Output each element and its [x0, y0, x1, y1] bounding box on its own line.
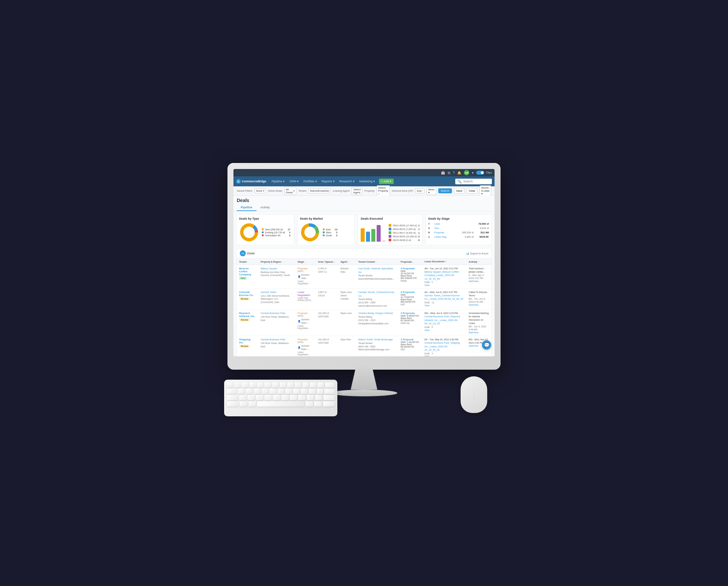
clear-button[interactable]: Clear [467, 188, 477, 194]
tenant-name-2[interactable]: Colonial Escrow Co. [239, 291, 255, 297]
status-badge-review-4: Review [239, 345, 250, 348]
col-area[interactable]: Area / Spaces ↕ [315, 259, 338, 265]
col-agent[interactable]: Agent ↕ [338, 259, 355, 265]
view-link-2[interactable]: View [425, 304, 464, 307]
tiles-toggle[interactable]: Tiles [476, 171, 492, 175]
activity-link-1[interactable]: Add/View [469, 280, 489, 282]
key [309, 389, 316, 394]
property-name-3[interactable]: Central Business Park [261, 312, 292, 315]
search-button[interactable]: Search [438, 188, 452, 193]
nav-portfolio[interactable]: Portfolio ▾ [302, 178, 319, 184]
table-wrapper: Tenant ↕ Property & Region ↕ Stage ↕ Are… [236, 259, 492, 356]
toggle-switch[interactable] [476, 171, 484, 175]
proposals-count-2[interactable]: 4 Proposals [400, 291, 419, 294]
lease-link-3[interactable]: Central Business Park_Reynord Infrared, … [425, 315, 464, 326]
stage-name-lead[interactable]: Lead [434, 222, 473, 225]
contact-name-1[interactable]: Lisa Smith, Network Specialists Inc. [358, 267, 395, 274]
show-deals-select[interactable]: All Deals ▾ [284, 187, 296, 195]
tenant-name-1[interactable]: Beacon Coffee Company [239, 267, 255, 276]
tenant-label: Tenant [298, 189, 306, 192]
nav-logo: @ CommercialEdge [236, 179, 266, 184]
col-proposals[interactable]: Proposals ↕ [398, 259, 422, 265]
lease-link-4[interactable]: Central Business Park_Shippng Inc._Lease… [425, 341, 464, 352]
stage-name-leaseneg[interactable]: Lease Neg. [434, 235, 463, 238]
tenant-name-3[interactable]: Reynard Infrared, Inc. [239, 312, 255, 318]
lease-link-2[interactable]: Sunrise Tower_Colonial Escrow Co._Lease_… [425, 294, 464, 301]
nav-crm[interactable]: CRM ▾ [287, 178, 301, 184]
tenant-select[interactable]: Name/Ema/Acki [308, 188, 331, 193]
nav-search-bar[interactable]: 🔍 [455, 179, 492, 184]
lease-link-1[interactable]: Bakery Square_Beacon Coffee Company_Leas… [425, 270, 464, 281]
tab-activity[interactable]: Activity [256, 204, 274, 211]
contact-name-4[interactable]: Wilson Smith, Smith Brokerage [358, 338, 395, 342]
stage-agent-4: Ashwini Natu / ... [302, 344, 313, 351]
col-lease-docs[interactable]: Lease Documents ▾ [422, 259, 466, 265]
exec-dot-3 [389, 231, 391, 234]
view-link-4[interactable]: View [425, 355, 464, 356]
saved-filters-select[interactable]: None ▾ [255, 188, 266, 193]
activity-link-2[interactable]: Add/View [469, 304, 489, 306]
property-name-1[interactable]: Bakery Square [261, 267, 292, 271]
stage-name-tour[interactable]: Tour [434, 227, 478, 230]
contact-name-2[interactable]: Carolyn Tanner, Colonial Escrow Co. [358, 291, 395, 298]
nav-marketing[interactable]: Marketing ▾ [357, 178, 377, 184]
exec-count-1: 1 [418, 224, 420, 227]
add-button[interactable]: + Add ▾ [379, 179, 394, 184]
view-link-1[interactable]: View [425, 284, 464, 286]
date-range-select[interactable]: Month-to-date ▾ [479, 185, 491, 196]
export-button[interactable]: 📊 Export to Excel [466, 252, 488, 255]
cell-stage-3: Proposal (50%) 👤 Ashwini Natu / ... Leas… [295, 310, 315, 336]
key [227, 382, 233, 388]
proposals-count-4[interactable]: 1 Proposal [400, 338, 419, 341]
proposals-count-1[interactable]: 3 Proposals [400, 267, 419, 270]
nav-research[interactable]: Research ▾ [337, 178, 357, 184]
base-rent-1: Base Rent: $41,000/SF/YR [400, 275, 419, 279]
stage-pct-4: (60%) [298, 341, 313, 343]
nav-reports[interactable]: Reports ▾ [320, 178, 337, 184]
tenant-name-4[interactable]: Shipping Inc. [239, 338, 255, 344]
chat-icon: 💬 [484, 342, 490, 348]
key [239, 395, 246, 400]
legend-label-termination: Termination #5 [265, 234, 280, 237]
property-select[interactable]: Select Property ↕ [376, 185, 390, 196]
cell-area-4: 101,000 sf UNIT1900 [315, 336, 338, 356]
status-badge-review-3: Review [239, 318, 250, 321]
col-tenant-contact[interactable]: Tenant Contact ↕ [356, 259, 398, 265]
stage-amount-leaseneg: $539.8K [475, 235, 489, 238]
spaces-2: 10118 [318, 294, 335, 297]
table-row: Colonial Escrow Co. Review Sunrise Tower… [236, 289, 492, 310]
key [257, 382, 264, 388]
user-avatar[interactable]: AR [464, 170, 469, 175]
area-select[interactable]: Any~ [415, 188, 425, 193]
col-property[interactable]: Property & Region ↕ [258, 259, 295, 265]
exec-bar-4 [376, 225, 381, 242]
proposals-count-3[interactable]: 4 Proposals [400, 312, 419, 315]
cell-contact-1: Lisa Smith, Network Specialists Inc. Ten… [356, 265, 398, 289]
exec-dot-5 [389, 239, 391, 241]
chat-bubble[interactable]: 💬 [482, 340, 491, 350]
key [293, 389, 300, 394]
legend-count-new: 17 [285, 228, 290, 231]
property-name-2[interactable]: Sunrise Tower [261, 291, 292, 294]
col-activity[interactable]: Activity ↕ [466, 259, 492, 265]
leasing-agent-select[interactable]: Select Agent [352, 187, 362, 195]
contact-name-3[interactable]: Charles Brady, Oregon Infrared [358, 312, 395, 315]
view-link-3[interactable]: View [425, 329, 464, 331]
nav-pipeline[interactable]: Pipeline ▾ [270, 178, 287, 184]
agent-user-icon-3: 👤 [298, 320, 301, 323]
stage-count-tour: 4 [428, 227, 432, 230]
search-input[interactable] [463, 180, 490, 183]
stage-name-proposal[interactable]: Proposal [434, 231, 460, 234]
col-stage[interactable]: Stage ↕ [295, 259, 315, 265]
more-select[interactable]: More ▾ [426, 187, 436, 195]
col-tenant[interactable]: Tenant ↕ [236, 259, 258, 265]
key [295, 382, 302, 388]
activity-link-3[interactable]: Add/View [469, 331, 489, 334]
activity-3: Scheduled Meeting for Internal Discussio… [469, 312, 489, 325]
exec-bar-chart [361, 222, 386, 242]
tab-pipeline[interactable]: Pipeline [237, 204, 256, 211]
stage-tag-4: Proposal [298, 338, 313, 341]
property-name-4[interactable]: Central Business Park [261, 338, 292, 342]
save-button[interactable]: Save [454, 188, 465, 194]
legend-dot-termination [262, 234, 264, 236]
